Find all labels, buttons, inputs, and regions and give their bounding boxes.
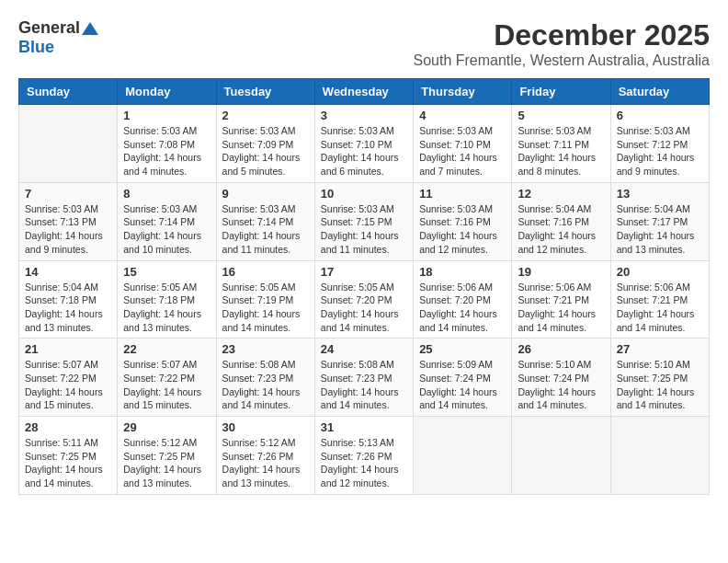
calendar-cell: 6Sunrise: 5:03 AM Sunset: 7:12 PM Daylig… (610, 105, 709, 183)
calendar-cell: 2Sunrise: 5:03 AM Sunset: 7:09 PM Daylig… (216, 105, 314, 183)
day-info: Sunrise: 5:08 AM Sunset: 7:23 PM Dayligh… (222, 358, 309, 412)
day-number: 3 (321, 109, 407, 122)
calendar-cell (610, 417, 709, 495)
calendar-week-row: 7Sunrise: 5:03 AM Sunset: 7:13 PM Daylig… (19, 182, 710, 260)
calendar-cell: 12Sunrise: 5:04 AM Sunset: 7:16 PM Dayli… (512, 182, 610, 260)
calendar-cell: 22Sunrise: 5:07 AM Sunset: 7:22 PM Dayli… (118, 339, 216, 417)
weekday-header-thursday: Thursday (414, 79, 512, 105)
day-number: 12 (518, 187, 604, 201)
weekday-header-saturday: Saturday (610, 79, 709, 105)
calendar-week-row: 21Sunrise: 5:07 AM Sunset: 7:22 PM Dayli… (19, 339, 710, 417)
calendar-cell (19, 105, 118, 183)
calendar-cell: 7Sunrise: 5:03 AM Sunset: 7:13 PM Daylig… (19, 182, 118, 260)
day-number: 5 (518, 109, 604, 122)
day-info: Sunrise: 5:05 AM Sunset: 7:19 PM Dayligh… (222, 281, 309, 335)
weekday-header-tuesday: Tuesday (216, 79, 314, 105)
day-number: 9 (222, 187, 309, 201)
calendar-cell: 15Sunrise: 5:05 AM Sunset: 7:18 PM Dayli… (118, 260, 216, 339)
day-info: Sunrise: 5:12 AM Sunset: 7:26 PM Dayligh… (222, 436, 309, 490)
day-info: Sunrise: 5:03 AM Sunset: 7:10 PM Dayligh… (419, 124, 506, 178)
day-number: 21 (25, 342, 111, 356)
day-number: 25 (419, 342, 506, 356)
day-info: Sunrise: 5:05 AM Sunset: 7:20 PM Dayligh… (321, 281, 407, 335)
calendar-cell: 4Sunrise: 5:03 AM Sunset: 7:10 PM Daylig… (414, 105, 512, 183)
day-info: Sunrise: 5:06 AM Sunset: 7:20 PM Dayligh… (419, 281, 506, 335)
calendar-cell: 26Sunrise: 5:10 AM Sunset: 7:24 PM Dayli… (512, 339, 610, 417)
calendar-cell: 30Sunrise: 5:12 AM Sunset: 7:26 PM Dayli… (216, 417, 314, 495)
calendar-cell: 9Sunrise: 5:03 AM Sunset: 7:14 PM Daylig… (216, 182, 314, 260)
calendar-cell: 16Sunrise: 5:05 AM Sunset: 7:19 PM Dayli… (216, 260, 314, 339)
day-info: Sunrise: 5:03 AM Sunset: 7:12 PM Dayligh… (617, 124, 703, 178)
day-info: Sunrise: 5:03 AM Sunset: 7:11 PM Dayligh… (518, 124, 604, 178)
day-info: Sunrise: 5:03 AM Sunset: 7:16 PM Dayligh… (419, 202, 506, 257)
day-number: 13 (617, 187, 703, 201)
day-number: 16 (222, 265, 309, 279)
day-info: Sunrise: 5:03 AM Sunset: 7:10 PM Dayligh… (321, 124, 407, 178)
calendar-week-row: 28Sunrise: 5:11 AM Sunset: 7:25 PM Dayli… (19, 417, 710, 495)
calendar-cell: 19Sunrise: 5:06 AM Sunset: 7:21 PM Dayli… (512, 260, 610, 339)
calendar-cell: 24Sunrise: 5:08 AM Sunset: 7:23 PM Dayli… (314, 339, 413, 417)
day-info: Sunrise: 5:10 AM Sunset: 7:24 PM Dayligh… (518, 358, 604, 412)
weekday-header-sunday: Sunday (19, 79, 118, 105)
day-info: Sunrise: 5:06 AM Sunset: 7:21 PM Dayligh… (617, 281, 703, 335)
logo-blue-text: Blue (18, 38, 54, 56)
day-info: Sunrise: 5:03 AM Sunset: 7:14 PM Dayligh… (222, 202, 309, 257)
day-info: Sunrise: 5:03 AM Sunset: 7:15 PM Dayligh… (321, 202, 407, 257)
day-info: Sunrise: 5:13 AM Sunset: 7:26 PM Dayligh… (321, 436, 407, 490)
day-number: 15 (123, 265, 210, 279)
day-number: 26 (518, 342, 604, 356)
logo-general-text: General (18, 18, 80, 38)
day-number: 7 (25, 187, 111, 201)
day-number: 22 (123, 342, 210, 356)
day-number: 19 (518, 265, 604, 279)
calendar-cell: 5Sunrise: 5:03 AM Sunset: 7:11 PM Daylig… (512, 105, 610, 183)
day-info: Sunrise: 5:06 AM Sunset: 7:21 PM Dayligh… (518, 281, 604, 335)
day-info: Sunrise: 5:03 AM Sunset: 7:08 PM Dayligh… (123, 124, 210, 178)
calendar-cell: 20Sunrise: 5:06 AM Sunset: 7:21 PM Dayli… (610, 260, 709, 339)
day-info: Sunrise: 5:12 AM Sunset: 7:25 PM Dayligh… (123, 436, 210, 490)
calendar-cell: 13Sunrise: 5:04 AM Sunset: 7:17 PM Dayli… (610, 182, 709, 260)
calendar-cell: 1Sunrise: 5:03 AM Sunset: 7:08 PM Daylig… (118, 105, 216, 183)
svg-marker-0 (82, 22, 98, 35)
day-number: 29 (123, 420, 210, 434)
day-number: 11 (419, 187, 506, 201)
calendar-cell: 23Sunrise: 5:08 AM Sunset: 7:23 PM Dayli… (216, 339, 314, 417)
calendar-cell (512, 417, 610, 495)
day-info: Sunrise: 5:04 AM Sunset: 7:18 PM Dayligh… (25, 281, 111, 335)
calendar-week-row: 14Sunrise: 5:04 AM Sunset: 7:18 PM Dayli… (19, 260, 710, 339)
day-number: 10 (321, 187, 407, 201)
logo-triangle-icon (82, 20, 98, 37)
day-number: 8 (123, 187, 210, 201)
day-info: Sunrise: 5:03 AM Sunset: 7:09 PM Dayligh… (222, 124, 309, 178)
calendar-cell: 28Sunrise: 5:11 AM Sunset: 7:25 PM Dayli… (19, 417, 118, 495)
calendar-cell: 17Sunrise: 5:05 AM Sunset: 7:20 PM Dayli… (314, 260, 413, 339)
calendar-cell: 10Sunrise: 5:03 AM Sunset: 7:15 PM Dayli… (314, 182, 413, 260)
day-info: Sunrise: 5:08 AM Sunset: 7:23 PM Dayligh… (321, 358, 407, 412)
day-number: 2 (222, 109, 309, 122)
calendar-week-row: 1Sunrise: 5:03 AM Sunset: 7:08 PM Daylig… (19, 105, 710, 183)
day-number: 6 (617, 109, 703, 122)
day-info: Sunrise: 5:07 AM Sunset: 7:22 PM Dayligh… (25, 358, 111, 412)
calendar-cell: 27Sunrise: 5:10 AM Sunset: 7:25 PM Dayli… (610, 339, 709, 417)
location-title: South Fremantle, Western Australia, Aust… (413, 52, 710, 69)
calendar-cell: 3Sunrise: 5:03 AM Sunset: 7:10 PM Daylig… (314, 105, 413, 183)
calendar-cell: 29Sunrise: 5:12 AM Sunset: 7:25 PM Dayli… (118, 417, 216, 495)
day-number: 27 (617, 342, 703, 356)
day-info: Sunrise: 5:07 AM Sunset: 7:22 PM Dayligh… (123, 358, 210, 412)
day-number: 14 (25, 265, 111, 279)
calendar-header: SundayMondayTuesdayWednesdayThursdayFrid… (19, 79, 710, 105)
day-number: 30 (222, 420, 309, 434)
weekday-header-monday: Monday (118, 79, 216, 105)
day-info: Sunrise: 5:09 AM Sunset: 7:24 PM Dayligh… (419, 358, 506, 412)
day-info: Sunrise: 5:04 AM Sunset: 7:16 PM Dayligh… (518, 202, 604, 257)
day-number: 23 (222, 342, 309, 356)
calendar-cell: 14Sunrise: 5:04 AM Sunset: 7:18 PM Dayli… (19, 260, 118, 339)
weekday-header-wednesday: Wednesday (314, 79, 413, 105)
calendar-body: 1Sunrise: 5:03 AM Sunset: 7:08 PM Daylig… (19, 105, 710, 495)
day-number: 20 (617, 265, 703, 279)
day-number: 4 (419, 109, 506, 122)
day-info: Sunrise: 5:03 AM Sunset: 7:13 PM Dayligh… (25, 202, 111, 257)
day-number: 24 (321, 342, 407, 356)
page-header: General Blue December 2025 South Fremant… (18, 18, 710, 69)
calendar-cell: 18Sunrise: 5:06 AM Sunset: 7:20 PM Dayli… (414, 260, 512, 339)
